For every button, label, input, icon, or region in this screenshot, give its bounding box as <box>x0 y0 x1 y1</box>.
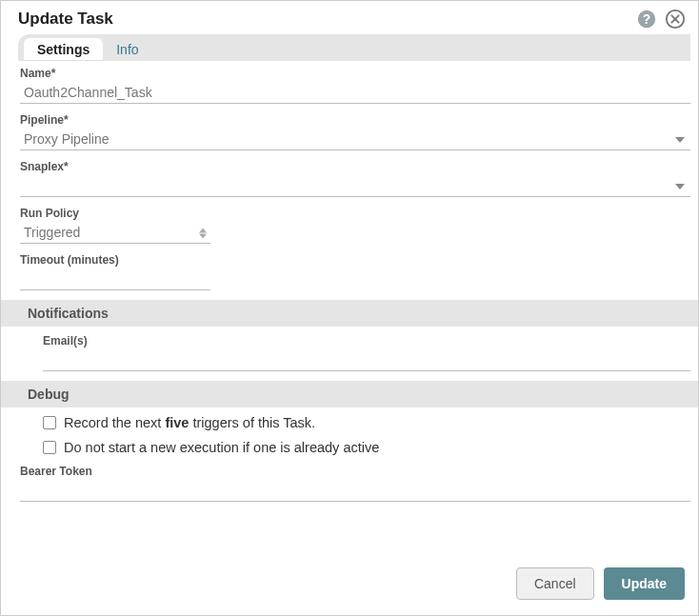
tabstrip: Settings Info <box>18 34 690 61</box>
field-pipeline: Pipeline* <box>20 113 690 150</box>
dialog-title: Update Task <box>18 10 113 29</box>
snaplex-value[interactable] <box>20 175 690 197</box>
record-triggers-label: Record the next five triggers of this Ta… <box>64 415 315 430</box>
pipeline-select[interactable] <box>20 129 690 150</box>
record-suffix: triggers of this Task. <box>189 415 315 430</box>
nostart-row[interactable]: Do not start a new execution if one is a… <box>43 440 690 455</box>
bearer-label: Bearer Token <box>20 465 690 478</box>
update-button[interactable]: Update <box>604 567 685 600</box>
cancel-button[interactable]: Cancel <box>516 567 594 600</box>
runpolicy-value[interactable] <box>20 222 210 244</box>
chevron-down-icon <box>675 184 685 189</box>
emails-input[interactable] <box>43 349 690 371</box>
record-prefix: Record the next <box>64 415 165 430</box>
tab-info[interactable]: Info <box>103 38 151 61</box>
debug-options: Record the next five triggers of this Ta… <box>43 415 690 455</box>
updown-icon <box>199 228 207 238</box>
chevron-down-icon <box>675 137 685 143</box>
section-debug: Debug <box>1 381 698 407</box>
svg-text:?: ? <box>643 12 650 27</box>
tab-settings[interactable]: Settings <box>24 38 103 61</box>
field-runpolicy: Run Policy <box>20 207 690 244</box>
section-notifications: Notifications <box>1 300 698 327</box>
field-name: Name* <box>20 67 690 104</box>
snaplex-label: Snaplex* <box>20 160 690 173</box>
update-task-dialog: Update Task ? Settings Info Name* Pipeli… <box>0 0 699 616</box>
runpolicy-select[interactable] <box>20 222 210 244</box>
help-icon[interactable]: ? <box>635 8 658 30</box>
timeout-label: Timeout (minutes) <box>20 253 690 267</box>
dialog-footer: Cancel Update <box>1 556 698 615</box>
record-bold: five <box>165 415 189 430</box>
dialog-body: Name* Pipeline* Snaplex* Run Policy <box>1 61 698 556</box>
field-timeout: Timeout (minutes) <box>20 253 690 290</box>
header-actions: ? <box>635 8 687 30</box>
name-label: Name* <box>20 67 690 80</box>
nostart-label: Do not start a new execution if one is a… <box>64 440 379 455</box>
field-snaplex: Snaplex* <box>20 160 690 197</box>
dialog-header: Update Task ? <box>1 1 698 34</box>
emails-label: Email(s) <box>43 334 690 348</box>
record-triggers-row[interactable]: Record the next five triggers of this Ta… <box>43 415 690 430</box>
record-triggers-checkbox[interactable] <box>43 416 56 429</box>
pipeline-label: Pipeline* <box>20 113 690 127</box>
snaplex-select[interactable] <box>20 175 690 197</box>
pipeline-value[interactable] <box>20 129 690 150</box>
timeout-input[interactable] <box>20 268 210 290</box>
runpolicy-label: Run Policy <box>20 207 690 220</box>
bearer-input[interactable] <box>20 480 690 502</box>
nostart-checkbox[interactable] <box>43 441 56 454</box>
name-input[interactable] <box>20 82 690 104</box>
field-bearer: Bearer Token <box>20 465 690 502</box>
field-emails: Email(s) <box>43 334 690 371</box>
close-icon[interactable] <box>664 8 687 30</box>
